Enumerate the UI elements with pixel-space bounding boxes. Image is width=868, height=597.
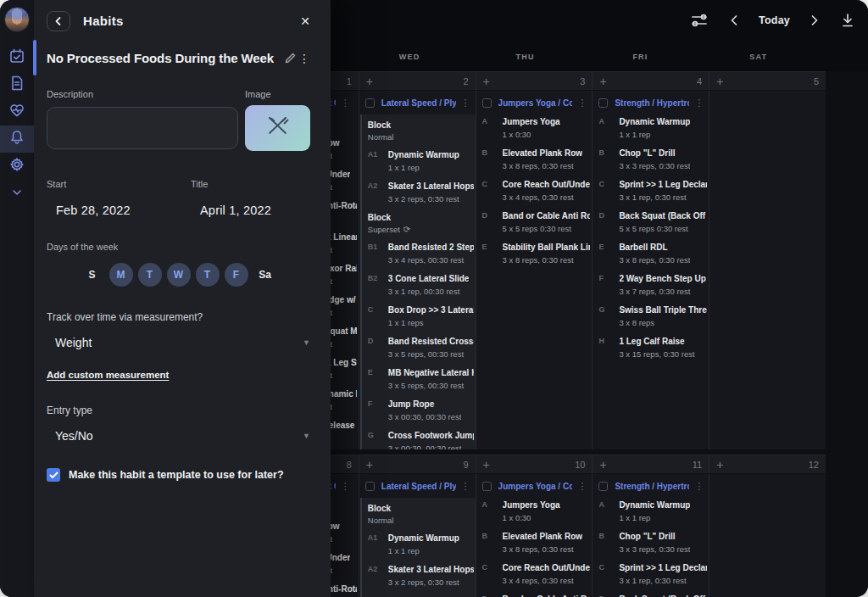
add-workout-button[interactable]: +: [599, 75, 606, 87]
exercise-detail: 3 x 5 reps, 00:30 rest: [388, 381, 474, 391]
exercise-item: CBox Drop >> 3 Lateral H...1 x 1 reps: [368, 304, 474, 328]
add-workout-button[interactable]: +: [716, 75, 723, 87]
exercise-letter: G: [598, 304, 619, 328]
day-cell: Strength / Hypertro...⋮ADynamic Warmup1 …: [592, 91, 709, 449]
chevron-down-icon: ▼: [303, 338, 310, 347]
sidebar-item-notifications[interactable]: [0, 126, 34, 153]
exercise-item: B23 Cone Lateral Slide3 x 1 rep, 00:30 r…: [368, 273, 474, 297]
days-of-week-row: SMTWTFSa: [47, 263, 310, 287]
add-workout-button[interactable]: +: [716, 459, 723, 471]
workout-title-link[interactable]: Lateral Speed / Plyo: [381, 482, 456, 491]
start-label: Start: [47, 179, 191, 189]
entry-type-value: Yes/No: [55, 429, 93, 443]
day-toggle-t-4[interactable]: T: [196, 263, 220, 287]
exercise-name: 2 Way Bench Step Up: [619, 273, 705, 284]
add-workout-button[interactable]: +: [599, 459, 606, 471]
exercise-name: Stability Ball Plank Linear ...: [503, 242, 591, 253]
close-icon[interactable]: ✕: [300, 15, 310, 27]
workout-title-link[interactable]: Strength / Hypertro...: [615, 482, 689, 491]
workout-checkbox[interactable]: [482, 98, 492, 108]
exercise-detail: 3 x 00:30, 00:30 rest: [388, 412, 462, 422]
add-workout-button[interactable]: +: [483, 459, 490, 471]
add-workout-button[interactable]: +: [366, 459, 373, 471]
chevron-down-icon: [10, 186, 24, 201]
block-label: Block: [368, 212, 474, 223]
start-date-field[interactable]: Feb 28, 2022: [56, 204, 191, 217]
workout-title-link[interactable]: Jumpers Yoga / Core: [498, 98, 573, 108]
day-cell: Lateral Speed / Plyo⋮BlockNormalA1Dynami…: [359, 474, 476, 597]
exercise-letter: E: [368, 367, 388, 391]
exercise-letter: B: [482, 531, 503, 555]
description-input[interactable]: [47, 107, 238, 149]
exercise-name: Jumpers Yoga: [503, 116, 560, 127]
exercise-name: Dynamic Warmup: [619, 116, 690, 127]
exercise-detail: 3 x 8 reps, 0:30 rest: [503, 255, 591, 265]
exercise-item: A2Skater 3 Lateral Hops >> ...3 x 2 reps…: [368, 181, 474, 204]
kebab-menu-icon[interactable]: ⋮: [341, 482, 350, 491]
day-toggle-m-1[interactable]: M: [109, 263, 133, 287]
exercise-item: DBand or Cable Anti Rotati...5 x 5 reps …: [482, 594, 591, 597]
filter-sliders-icon[interactable]: [689, 11, 709, 30]
kebab-menu-icon[interactable]: ⋮: [461, 98, 470, 108]
exercise-detail: 3 x 7 reps, 0:30 rest: [619, 287, 705, 297]
exercise-item: EBarbell RDL3 x 8 reps, 0:30 rest: [598, 242, 707, 265]
exercise-letter: H: [598, 336, 619, 360]
habit-kebab-menu-icon[interactable]: ⋮: [298, 52, 310, 65]
chevron-left-icon[interactable]: [728, 13, 740, 28]
sidebar-item-expand[interactable]: [0, 180, 34, 207]
add-workout-button[interactable]: +: [366, 75, 373, 87]
workout-checkbox[interactable]: [365, 98, 375, 108]
workout-title-link[interactable]: Jumpers Yoga / Core: [498, 482, 573, 491]
exercise-item: FJump Rope3 x 00:30, 00:30 rest: [368, 399, 474, 422]
description-label: Description: [47, 89, 238, 99]
exercise-name: Band Resisted Crossover...: [388, 336, 474, 347]
day-toggle-f-5[interactable]: F: [225, 263, 248, 287]
exercise-letter: F: [368, 399, 388, 422]
add-custom-measurement-link[interactable]: Add custom measurement: [47, 370, 169, 380]
download-icon[interactable]: [839, 12, 856, 29]
workout-title-link[interactable]: Strength / Hypertro...: [615, 98, 689, 108]
sidebar-item-documents[interactable]: [0, 71, 34, 98]
day-number: 10: [575, 460, 585, 470]
measurement-value: Weight: [55, 336, 92, 349]
exercise-detail: 5 x 5 reps 0:30 rest: [619, 224, 707, 234]
day-toggle-t-2[interactable]: T: [138, 263, 162, 287]
dow-header: THU: [509, 40, 626, 71]
day-toggle-s-0[interactable]: S: [81, 263, 104, 287]
sidebar-item-settings[interactable]: [0, 153, 34, 180]
template-checkbox[interactable]: [47, 468, 60, 482]
day-toggle-w-3[interactable]: W: [167, 263, 191, 287]
workout-title-link[interactable]: Lateral Speed / Plyo: [381, 98, 456, 108]
back-button[interactable]: [47, 11, 70, 31]
exercise-name: Skater 3 Lateral Hops >> ...: [388, 564, 474, 575]
kebab-menu-icon[interactable]: ⋮: [577, 98, 587, 108]
app-sidebar: [0, 0, 34, 597]
workout-checkbox[interactable]: [482, 482, 492, 491]
edit-pencil-icon[interactable]: [284, 52, 297, 64]
chevron-right-icon[interactable]: [809, 13, 821, 28]
sidebar-item-calendar[interactable]: [0, 44, 34, 71]
exercise-item: A2Skater 3 Lateral Hops >> ...3 x 2 reps…: [368, 564, 474, 588]
kebab-menu-icon[interactable]: ⋮: [341, 98, 350, 108]
kebab-menu-icon[interactable]: ⋮: [694, 482, 704, 491]
day-toggle-sa-6[interactable]: Sa: [253, 263, 277, 287]
add-workout-button[interactable]: +: [483, 75, 490, 87]
workout-checkbox[interactable]: [598, 482, 608, 491]
workout-checkbox[interactable]: [365, 482, 375, 491]
workout-checkbox[interactable]: [598, 98, 608, 108]
exercise-name: Sprint >> 1 Leg Declarations: [619, 179, 707, 190]
end-date-field[interactable]: April 1, 2022: [200, 204, 271, 217]
avatar[interactable]: [4, 7, 30, 32]
habit-image-tile[interactable]: [245, 105, 310, 151]
exercise-item: EStability Ball Plank Linear ...3 x 8 re…: [482, 242, 591, 265]
kebab-menu-icon[interactable]: ⋮: [461, 482, 470, 491]
sidebar-item-health[interactable]: [0, 98, 34, 126]
day-cell-header: +12: [709, 455, 826, 473]
habit-title-row: No Processed Foods During the Week ⋮: [47, 51, 310, 65]
today-button[interactable]: Today: [759, 14, 790, 26]
exercise-detail: 3 x 15 reps, 0:30 rest: [619, 349, 694, 360]
entry-type-select[interactable]: Yes/No ▼: [47, 429, 310, 443]
measurement-select[interactable]: Weight ▼: [47, 336, 310, 349]
kebab-menu-icon[interactable]: ⋮: [577, 482, 587, 491]
kebab-menu-icon[interactable]: ⋮: [694, 98, 704, 108]
